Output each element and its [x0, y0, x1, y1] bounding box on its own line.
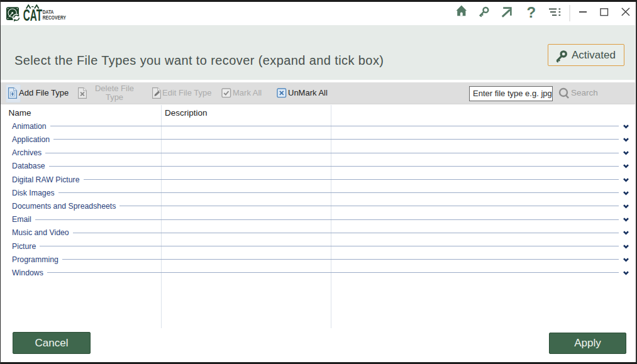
svg-text:RECOVERY: RECOVERY — [43, 14, 67, 21]
svg-text:CAT: CAT — [23, 6, 42, 24]
svg-text:?: ? — [527, 4, 536, 21]
